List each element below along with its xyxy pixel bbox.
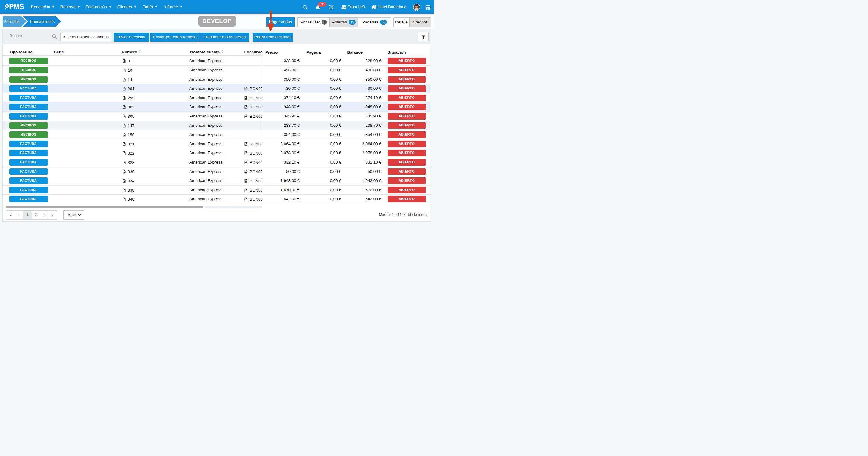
svg-text:Transacciones: Transacciones	[29, 19, 55, 24]
svg-text:U: U	[6, 5, 8, 7]
svg-text:Principal: Principal	[4, 19, 19, 24]
